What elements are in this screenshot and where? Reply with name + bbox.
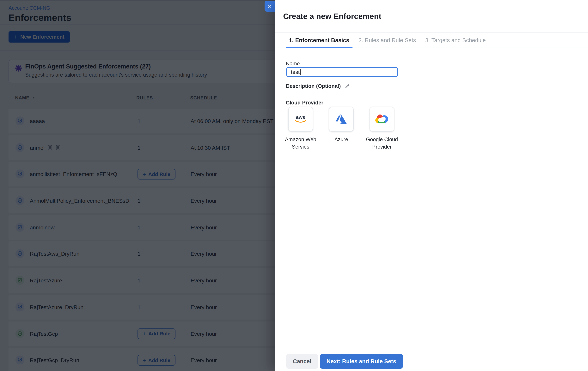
close-drawer-button[interactable]: × [264, 1, 275, 12]
create-enforcement-drawer: Create a new Enforcement 1. Enforcement … [275, 0, 588, 371]
close-icon: × [268, 3, 272, 10]
azure-logo-icon [335, 114, 347, 125]
cancel-button[interactable]: Cancel [286, 354, 318, 369]
azure-card[interactable] [329, 107, 354, 131]
edit-pencil-icon[interactable] [345, 83, 350, 89]
provider-label: Azure [335, 136, 348, 143]
svg-text:aws: aws [296, 114, 305, 120]
tab-enforcement-basics[interactable]: 1. Enforcement Basics [286, 32, 352, 48]
provider-option-aws[interactable]: aws Amazon Web Servies [282, 107, 319, 150]
provider-option-azure[interactable]: Azure [323, 107, 360, 150]
provider-label: Amazon Web Servies [282, 136, 319, 150]
aws-card[interactable]: aws [288, 107, 313, 131]
wizard-tabs: 1. Enforcement Basics 2. Rules and Rule … [275, 32, 588, 48]
drawer-title: Create a new Enforcement [283, 12, 381, 21]
name-label: Name [286, 61, 300, 67]
tab-targets-and-schedule[interactable]: 3. Targets and Schedule [422, 32, 489, 48]
gcp-card[interactable] [369, 107, 394, 131]
provider-option-gcp[interactable]: Google Cloud Provider [363, 107, 400, 150]
provider-label: Google Cloud Provider [363, 136, 400, 150]
aws-logo-icon: aws [293, 114, 308, 125]
tab-rules-and-rule-sets[interactable]: 2. Rules and Rule Sets [355, 32, 419, 48]
name-input[interactable]: test [286, 67, 398, 77]
description-label: Description (Optional) [286, 83, 341, 89]
name-input-value: test [291, 69, 300, 75]
text-caret [300, 69, 301, 75]
cloud-provider-label: Cloud Provider [286, 100, 324, 106]
cloud-provider-options: aws Amazon Web Servies Azure [282, 107, 404, 150]
google-cloud-logo-icon [375, 114, 389, 125]
next-rules-button[interactable]: Next: Rules and Rule Sets [320, 354, 403, 369]
